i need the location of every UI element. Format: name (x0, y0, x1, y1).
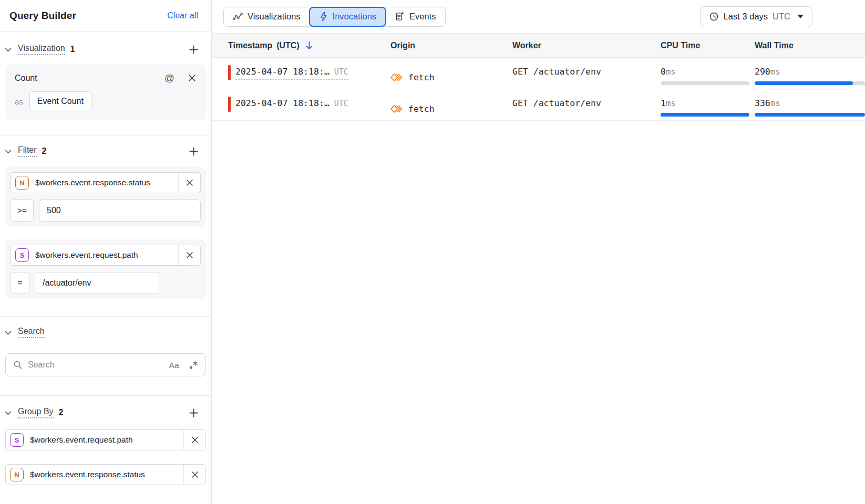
visualization-alias-field[interactable]: Event Count (29, 91, 91, 111)
remove-filter-button[interactable] (178, 173, 200, 193)
timestamp-link[interactable]: 2025-04-07 18:18:… UTC (235, 98, 348, 111)
number-type-badge: N (15, 176, 29, 190)
table-row[interactable]: 2025-04-07 18:18:… UTC fetch GET /actuat… (212, 89, 865, 121)
clock-icon (709, 12, 719, 22)
time-range-select[interactable]: Last 3 days UTC (700, 6, 812, 27)
visualization-card: Count @ as Event Count (5, 64, 206, 120)
chevron-down-icon[interactable] (4, 148, 12, 155)
tab-visualizations[interactable]: Visualizations (224, 7, 310, 26)
tab-invocations[interactable]: Invocations (309, 7, 386, 27)
query-builder-sidebar: Query Builder Clear all Visualization 1 … (0, 0, 212, 504)
filter-field-name: $workers.event.response.status (35, 178, 178, 187)
search-box: Aa (5, 353, 206, 376)
visualization-section-header: Visualization 1 (0, 32, 211, 57)
visualization-count: 1 (70, 45, 75, 54)
filter-field-name: $workers.event.request.path (35, 250, 178, 260)
time-range-label: Last 3 days (724, 12, 768, 22)
match-case-icon[interactable]: Aa (169, 361, 179, 370)
add-visualization-button[interactable] (188, 44, 200, 56)
filter-card: S $workers.event.request.path = (5, 239, 206, 299)
page-title: Query Builder (9, 10, 76, 22)
remove-group-by-button[interactable] (183, 430, 205, 450)
invocations-table-header: Timestamp (UTC) Origin Worker CPU Time W… (212, 33, 865, 58)
origin-cell: fetch (390, 66, 512, 89)
results-topbar: Visualizations Invocations Events (212, 0, 865, 33)
view-tab-group: Visualizations Invocations Events (223, 7, 446, 27)
filter-operator-select[interactable]: = (11, 272, 29, 294)
lightning-icon (319, 12, 328, 22)
as-label: as (15, 97, 23, 106)
timezone-label: UTC (334, 99, 348, 108)
column-header-worker: Worker (512, 41, 654, 50)
chevron-down-icon[interactable] (4, 409, 12, 417)
magnifier-icon (13, 360, 23, 370)
string-type-badge: S (15, 248, 29, 262)
sidebar-header: Query Builder Clear all (0, 0, 211, 32)
cpu-time-bar (661, 81, 749, 85)
chevron-down-icon[interactable] (4, 329, 12, 337)
add-filter-button[interactable] (188, 145, 200, 158)
add-group-by-button[interactable] (188, 407, 200, 419)
table-row[interactable]: 2025-04-07 18:18:… UTC fetch GET /actuat… (212, 58, 865, 89)
sparkline-icon (233, 12, 243, 22)
status-error-indicator (228, 65, 231, 80)
filter-card: N $workers.event.response.status >= (5, 167, 206, 227)
filter-field-select[interactable]: N $workers.event.response.status (11, 172, 201, 193)
section-divider (0, 500, 211, 500)
group-by-field-name: $workers.event.request.path (30, 435, 183, 445)
tab-events[interactable]: Events (386, 7, 445, 26)
group-by-count: 2 (59, 408, 64, 417)
document-flag-icon (395, 12, 405, 22)
group-by-section-label: Group By (18, 407, 54, 418)
wall-time-cell: 290ms (749, 67, 865, 89)
worker-cell: GET /actuator/env (512, 67, 654, 89)
wall-time-cell: 336ms (749, 98, 865, 120)
timezone-label: UTC (334, 67, 348, 77)
origin-cell: fetch (390, 98, 512, 120)
cpu-time-cell: 0ms (654, 67, 749, 89)
timestamp-link[interactable]: 2025-04-07 18:18:… UTC (235, 67, 348, 80)
wall-time-bar (755, 113, 865, 117)
timestamp-cell: 2025-04-07 18:18:… UTC (212, 98, 390, 120)
remove-group-by-button[interactable] (183, 465, 205, 485)
column-header-timestamp: Timestamp (UTC) (212, 40, 390, 50)
search-input[interactable] (28, 360, 169, 370)
group-by-section-header: Group By 2 (0, 396, 211, 420)
visualization-function-label: Count (15, 74, 37, 83)
at-mention-icon[interactable]: @ (164, 73, 174, 83)
tab-label: Events (409, 12, 436, 22)
tab-label: Invocations (333, 12, 376, 22)
regex-icon[interactable] (189, 360, 198, 370)
filter-value-input[interactable] (35, 272, 159, 294)
clear-all-link[interactable]: Clear all (167, 11, 198, 20)
results-panel: Visualizations Invocations Events (212, 0, 865, 504)
fetch-diamond-icon (390, 103, 403, 114)
search-section-header: Search (0, 317, 211, 340)
column-header-cpu-time: CPU Time (654, 41, 749, 50)
worker-cell: GET /actuator/env (512, 98, 654, 120)
filter-section-header: Filter 2 (0, 135, 211, 159)
string-type-badge: S (10, 433, 24, 447)
sort-desc-icon[interactable] (305, 40, 314, 50)
wall-time-bar (755, 81, 865, 85)
cpu-time-bar (661, 113, 749, 117)
tab-label: Visualizations (248, 12, 301, 22)
group-by-field-name: $workers.event.response.status (30, 470, 183, 479)
filter-field-select[interactable]: S $workers.event.request.path (11, 245, 201, 266)
filter-value-input[interactable] (39, 200, 201, 222)
filter-operator-select[interactable]: >= (11, 200, 34, 222)
filter-count: 2 (42, 146, 47, 156)
time-range-timezone: UTC (773, 12, 790, 22)
filter-section-label: Filter (18, 145, 37, 157)
group-by-field-select[interactable]: S $workers.event.request.path (5, 429, 206, 450)
app-root: Query Builder Clear all Visualization 1 … (0, 0, 865, 504)
remove-filter-button[interactable] (178, 245, 200, 265)
remove-visualization-button[interactable] (188, 74, 197, 82)
timestamp-cell: 2025-04-07 18:18:… UTC (212, 67, 390, 89)
visualization-section-label: Visualization (18, 44, 65, 55)
status-error-indicator (228, 97, 231, 112)
group-by-field-select[interactable]: N $workers.event.response.status (5, 464, 206, 485)
column-header-origin: Origin (390, 41, 512, 50)
number-type-badge: N (10, 468, 24, 481)
chevron-down-icon[interactable] (4, 46, 12, 54)
